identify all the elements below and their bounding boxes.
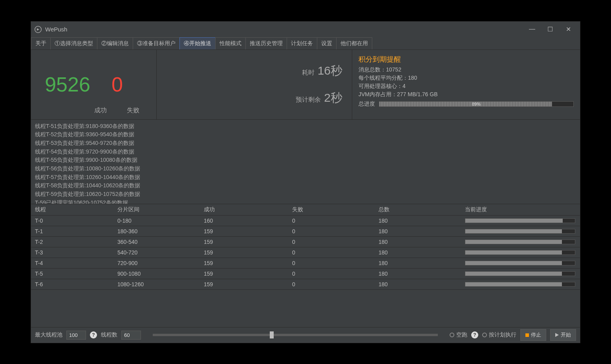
counter-panel: 9526 成功 0 失败 bbox=[31, 50, 157, 119]
table-header: 总数 bbox=[379, 206, 465, 213]
tab-3[interactable]: ③准备目标用户 bbox=[133, 37, 180, 49]
table-cell: T-1 bbox=[31, 228, 117, 234]
overall-progress-bar: 89% bbox=[379, 101, 574, 107]
table-cell: 540-720 bbox=[117, 249, 204, 256]
table-cell: 159 bbox=[204, 260, 292, 266]
success-count: 9526 bbox=[45, 73, 90, 96]
perthread-label: 每个线程平均分配： bbox=[359, 75, 408, 81]
table-header: 当前进度 bbox=[465, 206, 580, 213]
stop-button[interactable]: 停止 bbox=[520, 329, 546, 341]
table-cell: 180 bbox=[379, 271, 465, 277]
table-row: T-00-1801600180 bbox=[31, 216, 580, 226]
jvm-label: JVM内存占用： bbox=[359, 91, 397, 97]
maxpool-input[interactable] bbox=[66, 331, 86, 340]
app-title: WePush bbox=[45, 26, 67, 33]
remain-value: 2秒 bbox=[324, 90, 342, 106]
tab-4[interactable]: ④开始推送 bbox=[179, 37, 216, 49]
row-progress-bar bbox=[465, 229, 575, 234]
help-icon[interactable]: ? bbox=[471, 331, 478, 338]
table-cell: 0 bbox=[292, 281, 379, 287]
progress-label: 总进度 bbox=[359, 101, 375, 108]
minimize-button[interactable]: — bbox=[527, 26, 537, 33]
table-header: 分片区间 bbox=[117, 206, 204, 213]
play-icon bbox=[555, 333, 559, 337]
tab-9[interactable]: 他们都在用 bbox=[336, 37, 372, 49]
total-label: 消息总数： bbox=[359, 66, 386, 73]
threadcount-input[interactable] bbox=[121, 331, 141, 340]
tab-1[interactable]: ①选择消息类型 bbox=[50, 37, 97, 49]
table-cell: T-0 bbox=[31, 218, 117, 224]
table-row: T-5900-10801590180 bbox=[31, 269, 580, 279]
cores-value: 4 bbox=[402, 83, 406, 89]
table-cell: 0 bbox=[292, 271, 379, 277]
table-cell: 180-360 bbox=[117, 228, 204, 234]
task-title: 积分到期提醒 bbox=[359, 55, 574, 64]
table-cell: 180 bbox=[379, 218, 465, 224]
row-progress-cell bbox=[465, 229, 580, 234]
row-progress-cell bbox=[465, 261, 580, 265]
table-cell: 159 bbox=[204, 239, 292, 245]
app-logo-icon bbox=[34, 26, 42, 33]
close-button[interactable]: ✕ bbox=[563, 26, 573, 33]
table-cell: 180 bbox=[379, 260, 465, 266]
row-progress-bar bbox=[465, 218, 575, 223]
tab-2[interactable]: ②编辑消息 bbox=[97, 37, 133, 49]
table-cell: 0 bbox=[292, 260, 379, 266]
app-window: WePush — ☐ ✕ 关于①选择消息类型②编辑消息③准备目标用户④开始推送性… bbox=[31, 21, 580, 343]
table-cell: T-3 bbox=[31, 249, 117, 256]
start-button[interactable]: 开始 bbox=[550, 329, 576, 341]
thread-table: 线程分片区间成功失败总数当前进度 T-00-1801600180T-1180-3… bbox=[31, 204, 580, 327]
help-icon[interactable]: ? bbox=[90, 331, 97, 338]
fail-label: 失败 bbox=[127, 106, 139, 119]
threadcount-label: 线程数 bbox=[101, 331, 117, 338]
jvm-value: 277 MB/1.76 GB bbox=[397, 91, 438, 97]
tab-6[interactable]: 推送历史管理 bbox=[245, 37, 287, 49]
slider-thumb[interactable] bbox=[270, 331, 274, 338]
thread-slider[interactable] bbox=[153, 334, 438, 336]
row-progress-cell bbox=[465, 218, 580, 223]
table-cell: 0 bbox=[292, 228, 379, 234]
table-row: T-3540-7201590180 bbox=[31, 247, 580, 258]
log-line: 线程T-54负责处理第:9720-9900条的数据 bbox=[35, 148, 576, 156]
table-cell: 159 bbox=[204, 249, 292, 256]
table-cell: 900-1080 bbox=[117, 271, 204, 277]
remain-label: 预计剩余 bbox=[296, 96, 321, 104]
fail-count: 0 bbox=[112, 73, 123, 96]
tab-0[interactable]: 关于 bbox=[31, 37, 51, 49]
total-value: 10752 bbox=[386, 66, 401, 73]
row-progress-cell bbox=[465, 282, 580, 287]
maximize-button[interactable]: ☐ bbox=[545, 26, 555, 33]
table-cell: T-5 bbox=[31, 271, 117, 277]
log-area[interactable]: 线程T-51负责处理第:9180-9360条的数据线程T-52负责处理第:936… bbox=[31, 120, 580, 204]
bottom-bar: 最大线程池 ? 线程数 空跑 ? 按计划执行 停止 开始 bbox=[31, 327, 580, 343]
maxpool-label: 最大线程池 bbox=[35, 331, 62, 338]
row-progress-bar bbox=[465, 271, 575, 276]
table-cell: 0 bbox=[292, 249, 379, 256]
log-line: 线程T-56负责处理第:10080-10260条的数据 bbox=[35, 165, 576, 173]
table-row: T-61080-12601590180 bbox=[31, 279, 580, 290]
row-progress-bar bbox=[465, 282, 575, 287]
tab-8[interactable]: 设置 bbox=[317, 37, 337, 49]
log-line: 线程T-53负责处理第:9540-9720条的数据 bbox=[35, 139, 576, 148]
table-cell: T-4 bbox=[31, 260, 117, 266]
progress-text: 89% bbox=[379, 102, 573, 106]
log-line: 线程T-57负责处理第:10260-10440条的数据 bbox=[35, 173, 576, 182]
row-progress-bar bbox=[465, 240, 575, 244]
titlebar: WePush — ☐ ✕ bbox=[31, 22, 580, 37]
table-cell: 720-900 bbox=[117, 260, 204, 266]
table-cell: 180 bbox=[379, 281, 465, 287]
tab-7[interactable]: 计划任务 bbox=[287, 37, 317, 49]
row-progress-bar bbox=[465, 250, 575, 255]
log-line: 线程T-52负责处理第:9360-9540条的数据 bbox=[35, 130, 576, 139]
tab-bar: 关于①选择消息类型②编辑消息③准备目标用户④开始推送性能模式推送历史管理计划任务… bbox=[31, 37, 580, 50]
elapsed-value: 16秒 bbox=[318, 63, 342, 79]
tab-5[interactable]: 性能模式 bbox=[215, 37, 246, 49]
schedule-radio[interactable]: 按计划执行 bbox=[482, 331, 516, 338]
table-cell: 360-540 bbox=[117, 239, 204, 245]
dryrun-radio[interactable]: 空跑 bbox=[450, 331, 467, 338]
table-header: 失败 bbox=[292, 206, 379, 213]
dryrun-label: 空跑 bbox=[456, 331, 467, 338]
row-progress-cell bbox=[465, 271, 580, 276]
table-cell: 160 bbox=[204, 218, 292, 224]
start-button-label: 开始 bbox=[561, 331, 571, 338]
